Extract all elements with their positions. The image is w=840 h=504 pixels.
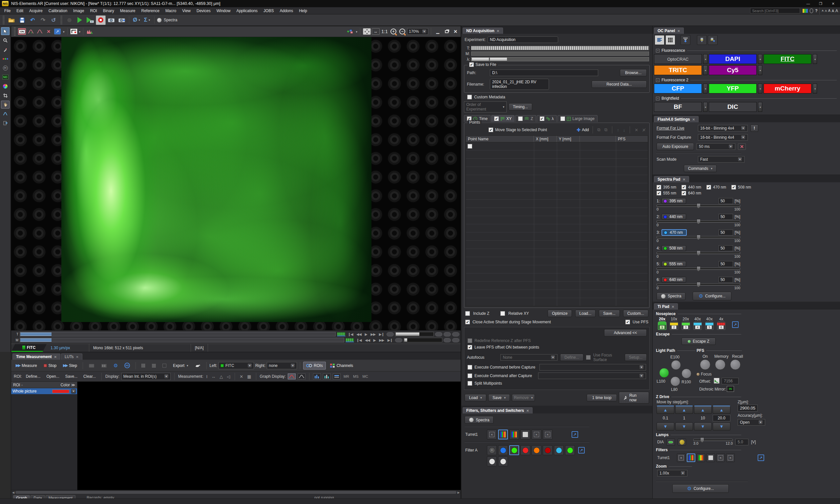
capture-button[interactable] [106,15,116,25]
nd-save-button[interactable]: Save [488,394,510,401]
warning-button[interactable]: ! [750,125,758,132]
power-555-slider[interactable] [657,268,740,270]
tab-close-icon[interactable]: ✕ [677,29,680,33]
accuracy-select[interactable]: Open [738,419,765,426]
roi-save-button[interactable]: Save... [63,374,80,379]
oc-optocrac-arrow[interactable] [703,54,707,64]
menu-applications[interactable]: Applications [233,8,261,14]
exposure-select[interactable]: 50 ms [697,143,735,150]
roi-clear-button[interactable]: Clear... [81,374,98,379]
load-points-button[interactable]: Load... [575,310,596,317]
point-row-checkbox[interactable] [468,144,472,148]
tab-close-icon[interactable]: ✕ [526,409,529,413]
objective-settings-button[interactable] [697,35,707,45]
exec-before-checkbox[interactable] [468,365,472,370]
col-blank[interactable] [580,136,616,142]
ti-turret-pos2-button[interactable] [687,453,695,462]
turret-pos1-button[interactable]: ✕ [487,430,497,439]
power-508-slider[interactable] [657,252,740,254]
objective-3-button[interactable]: 3 [682,321,690,330]
optimize-button[interactable]: Optimize [548,310,572,317]
auto-exposure-button[interactable]: Auto Exposure [657,143,694,150]
oc-fitc-arrow[interactable] [813,54,817,64]
chk-470nm[interactable] [706,185,711,190]
graph-plain-curve-icon[interactable] [298,374,305,379]
ms-button[interactable]: MS [352,375,360,378]
t-option-toggle-2[interactable] [444,332,451,337]
power-640-slider[interactable] [657,283,740,286]
spectra-shutter-button[interactable]: Spectra [157,15,177,25]
chk-640nm[interactable] [682,191,686,195]
large-image-checkbox[interactable] [560,116,565,121]
power-395-slider[interactable] [657,204,740,207]
graph-bars-icon-1[interactable] [313,374,321,379]
spline-tool-icon[interactable] [1,110,10,118]
menu-binary[interactable]: Binary [100,8,117,14]
rgb-channels-icon[interactable] [1,55,10,62]
grid-small-icon-1[interactable] [139,362,148,369]
triangle-measure-icon[interactable]: △ [218,374,224,379]
col-y[interactable]: Y [mm] [557,136,580,142]
sort-icon[interactable]: ▵ [21,383,23,386]
scan-mode-select[interactable]: Fast [698,156,745,163]
t-next-button[interactable]: ▶▶ [370,332,377,336]
oc-yfp-button[interactable]: YFP [709,84,757,93]
chk-440nm[interactable] [682,185,686,190]
menu-file[interactable]: File [1,8,14,14]
export-underlay-icon[interactable] [1,119,10,127]
tab-time-measurement[interactable]: Time Measurement✕ [13,354,60,360]
format-capture-select[interactable]: 16-bit - Binning 4x4 [698,134,748,141]
z-step-up-20[interactable]: ▲ [713,406,730,414]
wavelength-555-button[interactable]: 555 nm [662,261,686,267]
ti-configure-button[interactable]: ⚙Configure... [672,484,729,493]
chk-508nm[interactable] [731,185,736,190]
redo-button[interactable]: ↷ [38,15,48,25]
lut-clear-icon[interactable]: ✕ [45,28,52,35]
undo-button[interactable]: ↶ [28,15,37,25]
layer-dropdown[interactable] [355,29,357,34]
measure-button[interactable]: ▶▶Measure [13,362,40,369]
display-select[interactable]: Mean Int. in ROI(s) [121,373,171,380]
menu-measure[interactable]: Measure [117,8,138,14]
turret-pos4-button[interactable] [520,430,530,439]
delete-point-icon[interactable]: ✕ [634,128,639,132]
scroll-thumb[interactable] [15,491,456,494]
oc-mcherry-arrow[interactable] [813,84,817,93]
spectra-configure-button[interactable]: ⚙Configure... [693,292,731,300]
graph-hscrollbar[interactable]: ◀▶ [11,490,461,494]
color-wheel-icon[interactable] [1,82,10,90]
oc-cfp-arrow[interactable] [703,84,707,93]
power-640-input[interactable]: 50 [719,277,733,283]
menu-image[interactable]: Image [70,8,87,14]
grid-small-icon-2[interactable] [149,362,158,369]
menu-view[interactable]: View [179,8,194,14]
grid-view-button[interactable] [665,35,675,45]
t-progress-bar[interactable] [395,332,434,337]
oc-bf-arrow[interactable] [703,102,707,112]
move-stage-checkbox[interactable] [489,128,493,132]
tab-spectra-pad[interactable]: Spectra Pad✕ [654,176,689,182]
tab-luts[interactable]: LUTs✕ [61,354,82,360]
relative-xy-checkbox[interactable] [501,311,505,316]
play-button[interactable] [75,15,85,25]
t-play-button[interactable]: ▶ [364,332,368,336]
objective-6-button[interactable]: 6 [717,321,725,330]
filename-input[interactable]: 2024_01_21_jHIE 2D RV infection [490,79,549,90]
path-input[interactable]: D:\ [490,70,598,76]
ti-turret-pos3-button[interactable] [697,453,705,462]
col-point-name[interactable]: Point Name [466,136,534,142]
live-button[interactable] [64,15,74,25]
dia-power-button[interactable] [666,438,675,446]
light-path-e100-button[interactable] [671,360,681,370]
lambda-checkbox[interactable] [540,116,544,121]
oc-tritc-arrow[interactable] [703,65,707,75]
filter-a-pos6-button[interactable] [543,445,553,455]
t-frames-icon[interactable] [337,332,346,337]
graph-bars-icon-3[interactable] [333,374,340,379]
tab-nd-acquisition[interactable]: ND Acquisition✕ [463,28,503,34]
wavelength-395-button[interactable]: 395 nm [662,198,686,204]
filter-a-pos2-button[interactable] [498,445,508,455]
oc-optocrac-button[interactable]: OptoCRAC [654,54,702,64]
font-size-a4[interactable]: A [832,9,834,13]
m-loop-toggle[interactable] [395,338,402,342]
